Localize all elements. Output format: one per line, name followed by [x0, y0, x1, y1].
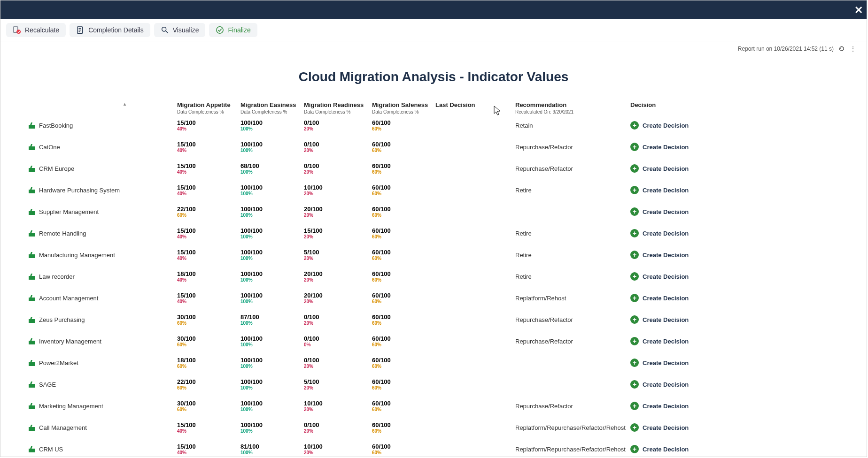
decision-cell: +Create Decision	[630, 417, 710, 438]
app-name-cell[interactable]: Manufacturing Management	[8, 244, 177, 266]
easiness-value: 87/100	[240, 313, 302, 321]
safeness-value: 60/100	[372, 313, 434, 321]
app-name-cell[interactable]: Inventory Management	[8, 330, 177, 352]
create-decision-plus-icon[interactable]: +	[630, 359, 639, 367]
recommendation-text: Replatform/Rehost	[515, 295, 566, 302]
create-decision-button[interactable]: Create Decision	[643, 403, 689, 410]
readiness-cell: 0/10020%	[304, 352, 372, 374]
safeness-value: 60/100	[372, 378, 434, 385]
readiness-cell: 20/10020%	[304, 287, 372, 309]
col-recommendation-header[interactable]: Recommendation	[515, 101, 630, 109]
readiness-value: 10/100	[304, 184, 370, 191]
app-name-cell[interactable]: CRM US	[8, 438, 177, 458]
create-decision-plus-icon[interactable]: +	[630, 229, 639, 237]
last-decision-cell	[435, 309, 515, 330]
appetite-pct: 40%	[177, 450, 239, 455]
create-decision-plus-icon[interactable]: +	[630, 402, 639, 410]
app-name-cell[interactable]: CRM Europe	[8, 158, 177, 179]
app-name-cell[interactable]: Account Management	[8, 287, 177, 309]
safeness-cell: 60/10060%	[372, 417, 435, 438]
app-name-cell[interactable]: CatOne	[8, 136, 177, 158]
create-decision-button[interactable]: Create Decision	[643, 144, 689, 151]
finalize-button[interactable]: Finalize	[209, 23, 257, 37]
easiness-cell: 81/100100%	[240, 438, 304, 458]
readiness-cell: 0/1000%	[304, 330, 372, 352]
completion-details-button[interactable]: Completion Details	[70, 23, 150, 37]
create-decision-button[interactable]: Create Decision	[643, 187, 689, 194]
kebab-menu-icon[interactable]: ⋮	[850, 47, 856, 50]
create-decision-plus-icon[interactable]: +	[630, 294, 639, 302]
safeness-cell: 60/10060%	[372, 374, 435, 395]
close-icon[interactable]: ✕	[854, 4, 863, 16]
safeness-pct: 60%	[372, 364, 434, 369]
app-name-cell[interactable]: Zeus Purchasing	[8, 309, 177, 330]
app-name-cell[interactable]: Supplier Management	[8, 201, 177, 222]
easiness-pct: 100%	[240, 321, 302, 326]
create-decision-plus-icon[interactable]: +	[630, 121, 639, 130]
last-decision-cell	[435, 179, 515, 201]
create-decision-plus-icon[interactable]: +	[630, 272, 639, 281]
decision-cell: +Create Decision	[630, 374, 710, 395]
recommendation-cell: Retire	[515, 179, 630, 201]
create-decision-plus-icon[interactable]: +	[630, 315, 639, 324]
appetite-pct: 40%	[177, 169, 239, 175]
col-readiness-header[interactable]: Migration Readiness	[304, 101, 372, 109]
safeness-cell: 60/10060%	[372, 201, 435, 222]
create-decision-button[interactable]: Create Decision	[643, 295, 689, 302]
app-name-cell[interactable]: Power2Market	[8, 352, 177, 374]
recommendation-cell: Repurchase/Refactor	[515, 136, 630, 158]
create-decision-plus-icon[interactable]: +	[630, 423, 639, 432]
create-decision-button[interactable]: Create Decision	[643, 338, 689, 345]
safeness-pct: 60%	[372, 191, 434, 196]
create-decision-plus-icon[interactable]: +	[630, 186, 639, 194]
visualize-button[interactable]: Visualize	[154, 23, 206, 37]
svg-point-8	[217, 27, 223, 33]
easiness-pct: 100%	[240, 126, 302, 131]
recommendation-cell: Replatform/Rehost	[515, 287, 630, 309]
app-name-cell[interactable]: Law recorder	[8, 266, 177, 287]
create-decision-button[interactable]: Create Decision	[643, 316, 689, 323]
safeness-pct: 60%	[372, 321, 434, 326]
create-decision-plus-icon[interactable]: +	[630, 251, 639, 259]
easiness-pct: 100%	[240, 148, 302, 153]
app-name-cell[interactable]: FastBooking	[8, 114, 177, 136]
readiness-value: 20/100	[304, 270, 370, 277]
col-easiness-header[interactable]: Migration Easiness	[240, 101, 304, 109]
recalculate-button[interactable]: Recalculate	[6, 23, 66, 37]
create-decision-plus-icon[interactable]: +	[630, 143, 639, 151]
create-decision-plus-icon[interactable]: +	[630, 207, 639, 216]
create-decision-button[interactable]: Create Decision	[643, 446, 689, 453]
safeness-cell: 60/10060%	[372, 330, 435, 352]
app-name-cell[interactable]: SAGE	[8, 374, 177, 395]
create-decision-button[interactable]: Create Decision	[643, 230, 689, 237]
readiness-value: 0/100	[304, 421, 370, 428]
col-app-header[interactable]: ▴	[8, 101, 177, 114]
create-decision-plus-icon[interactable]: +	[630, 380, 639, 389]
create-decision-button[interactable]: Create Decision	[643, 122, 689, 129]
app-name-cell[interactable]: Marketing Management	[8, 395, 177, 417]
create-decision-button[interactable]: Create Decision	[643, 424, 689, 431]
create-decision-button[interactable]: Create Decision	[643, 359, 689, 366]
col-safeness-header[interactable]: Migration Safeness	[372, 101, 435, 109]
easiness-value: 81/100	[240, 443, 302, 450]
col-appetite-header[interactable]: Migration Appetite	[177, 101, 240, 109]
col-decision-header[interactable]: Decision	[630, 101, 710, 109]
create-decision-button[interactable]: Create Decision	[643, 252, 689, 259]
create-decision-button[interactable]: Create Decision	[643, 273, 689, 280]
refresh-icon[interactable]	[838, 46, 845, 52]
create-decision-button[interactable]: Create Decision	[643, 165, 689, 172]
col-last-decision-header[interactable]: Last Decision	[435, 101, 515, 109]
create-decision-button[interactable]: Create Decision	[643, 208, 689, 215]
app-name-label: Power2Market	[39, 359, 78, 366]
sort-caret-icon: ▴	[8, 101, 175, 107]
create-decision-plus-icon[interactable]: +	[630, 445, 639, 453]
report-meta: Report run on 10/26/2021 14:52 (11 s) ⋮	[738, 46, 856, 52]
app-name-cell[interactable]: Remote Handling	[8, 222, 177, 244]
app-name-cell[interactable]: Hardware Purchasing System	[8, 179, 177, 201]
create-decision-plus-icon[interactable]: +	[630, 337, 639, 345]
appetite-cell: 15/10040%	[177, 417, 240, 438]
create-decision-plus-icon[interactable]: +	[630, 164, 639, 173]
safeness-pct: 60%	[372, 342, 434, 347]
app-name-cell[interactable]: Call Management	[8, 417, 177, 438]
create-decision-button[interactable]: Create Decision	[643, 381, 689, 388]
